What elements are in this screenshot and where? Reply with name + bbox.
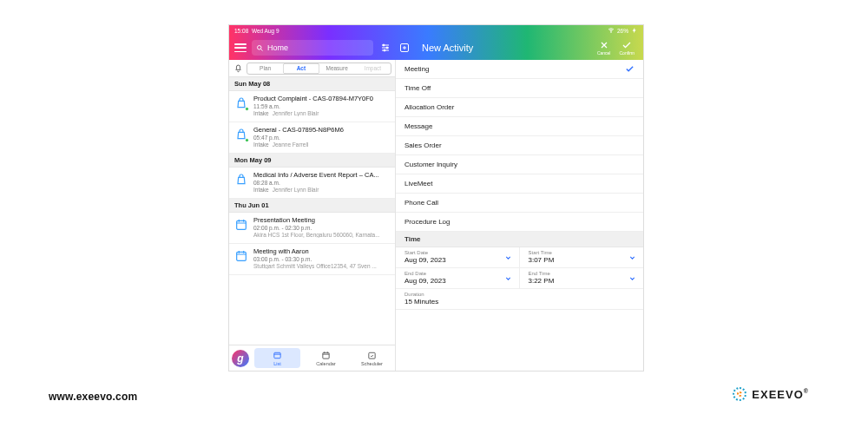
app-window: 15:08 Wed Aug 9 26% Home New Activity Ca… <box>228 24 644 372</box>
list-item[interactable]: Presentation Meeting02:00 p.m. - 02:30 p… <box>229 213 395 244</box>
activity-type-option[interactable]: Meeting <box>396 60 643 79</box>
tab-act[interactable]: Act <box>283 63 319 74</box>
activity-type-option[interactable]: Allocation Order <box>396 98 643 117</box>
activity-type-label: LiveMeet <box>404 180 432 187</box>
chevron-down-icon <box>504 253 512 261</box>
duration-field[interactable]: Duration 15 Minutes <box>396 289 643 310</box>
activity-type-label: Sales Order <box>404 141 442 149</box>
bell-icon[interactable] <box>233 63 243 74</box>
list-item-meta: Akira HCS 1st Floor, Bengaluru 560060, K… <box>253 232 390 238</box>
list-item-time: 02:00 p.m. - 02:30 p.m. <box>253 225 390 231</box>
list-item-time: 08:28 a.m. <box>253 180 390 186</box>
svg-point-3 <box>386 47 388 49</box>
view-segmented[interactable]: Plan Act Measure Impact <box>247 62 391 75</box>
activity-type-label: Message <box>404 122 432 130</box>
tab-plan[interactable]: Plan <box>247 63 283 74</box>
list-item-meta: IntakeJeanne Farrell <box>253 141 390 148</box>
time-section-header: Time <box>396 232 643 247</box>
svg-rect-9 <box>323 352 329 358</box>
footer-url: www.exeevo.com <box>49 391 137 403</box>
activity-type-option[interactable]: LiveMeet <box>396 174 643 194</box>
battery-charge-icon <box>631 27 638 34</box>
list-item-time: 11:59 a.m. <box>253 103 390 109</box>
start-time-field[interactable]: Start Time 3:07 PM <box>520 247 644 268</box>
activity-type-option[interactable]: Procedure Log <box>396 213 643 232</box>
chevron-down-icon <box>504 274 512 282</box>
svg-point-2 <box>383 44 385 46</box>
case-icon <box>234 128 248 141</box>
activity-type-option[interactable]: Customer Inquiry <box>396 155 643 174</box>
end-date-field[interactable]: End Date Aug 09, 2023 <box>396 268 520 289</box>
list-section-header: Mon May 09 <box>229 154 395 168</box>
activity-type-label: Customer Inquiry <box>404 161 457 168</box>
nav-scheduler[interactable]: Scheduler <box>349 345 395 371</box>
filter-icon[interactable] <box>378 41 392 55</box>
tab-impact[interactable]: Impact <box>355 63 391 74</box>
list-item-title: Product Complaint - CAS-07894-M7Y0F0 <box>253 95 390 102</box>
svg-point-1 <box>258 45 262 49</box>
list-item-time: 03:00 p.m. - 03:30 p.m. <box>253 256 390 262</box>
activity-type-label: Meeting <box>404 65 429 73</box>
activity-type-option[interactable]: Time Off <box>396 79 643 98</box>
case-icon <box>234 96 248 110</box>
bottom-nav: g List Calendar Scheduler <box>229 345 395 371</box>
add-icon[interactable] <box>398 41 411 55</box>
search-icon <box>256 44 264 52</box>
list-item-title: Medical Info / Adverse Event Report – CA… <box>253 171 390 179</box>
svg-rect-10 <box>369 352 375 358</box>
status-time-date: 15:08 Wed Aug 9 <box>234 28 279 34</box>
activity-type-label: Time Off <box>404 84 431 92</box>
list-section-header: Thu Jun 01 <box>229 199 395 213</box>
calendar-icon <box>234 249 248 263</box>
activity-list[interactable]: Sun May 08Product Complaint - CAS-07894-… <box>229 77 395 345</box>
status-bar: 15:08 Wed Aug 9 26% <box>229 25 643 36</box>
list-item-title: General - CAS-07895-N8P6M6 <box>253 126 390 134</box>
svg-rect-6 <box>237 220 247 229</box>
start-date-field[interactable]: Start Date Aug 09, 2023 <box>396 247 520 268</box>
check-icon <box>625 64 635 74</box>
list-item[interactable]: General - CAS-07895-N8P6M605:47 p.m.Inta… <box>229 122 395 154</box>
list-item-meta: IntakeJennifer Lynn Blair <box>253 110 390 116</box>
wifi-icon <box>608 27 615 34</box>
activity-type-option[interactable]: Sales Order <box>396 136 643 155</box>
list-item-title: Presentation Meeting <box>253 216 390 224</box>
panel-title: New Activity <box>422 43 592 53</box>
footer-brand: EXEEVO® <box>733 387 809 401</box>
nav-list[interactable]: List <box>254 348 300 368</box>
right-pane: MeetingTime OffAllocation OrderMessageSa… <box>396 60 643 371</box>
svg-rect-7 <box>237 252 247 260</box>
app-logo[interactable]: g <box>229 345 252 371</box>
list-item-title: Meeting with Aaron <box>253 247 390 255</box>
list-item-meta: IntakeJennifer Lynn Blair <box>253 187 390 193</box>
chevron-down-icon <box>628 274 636 282</box>
calendar-icon <box>234 218 248 232</box>
tab-measure[interactable]: Measure <box>319 63 355 74</box>
nav-calendar[interactable]: Calendar <box>303 345 349 371</box>
end-time-field[interactable]: End Time 3:22 PM <box>520 268 644 289</box>
cancel-button[interactable]: Cancel <box>597 40 611 56</box>
list-section-header: Sun May 08 <box>229 77 395 91</box>
list-item-time: 05:47 p.m. <box>253 135 390 141</box>
svg-rect-8 <box>274 352 280 358</box>
status-right: 26% <box>608 27 638 34</box>
case-icon <box>234 173 248 187</box>
top-bar: Home New Activity Cancel Confirm <box>229 36 643 60</box>
svg-point-4 <box>384 49 385 51</box>
list-item[interactable]: Product Complaint - CAS-07894-M7Y0F011:5… <box>229 91 395 122</box>
activity-type-option[interactable]: Phone Call <box>396 194 643 213</box>
svg-point-0 <box>611 32 612 33</box>
confirm-button[interactable]: Confirm <box>619 40 635 56</box>
chevron-down-icon <box>628 253 636 261</box>
list-item[interactable]: Meeting with Aaron03:00 p.m. - 03:30 p.m… <box>229 244 395 275</box>
left-pane: Plan Act Measure Impact Sun May 08Produc… <box>229 60 396 371</box>
menu-icon[interactable] <box>234 42 247 54</box>
search-input[interactable]: Home <box>252 40 373 56</box>
activity-type-label: Phone Call <box>404 199 438 207</box>
activity-type-option[interactable]: Message <box>396 117 643 136</box>
list-item-meta: Stuttgart Schmitt Valleys Office12354, 4… <box>253 263 390 269</box>
brand-mark-icon <box>733 387 746 401</box>
activity-type-label: Procedure Log <box>404 218 450 226</box>
activity-type-label: Allocation Order <box>404 103 454 111</box>
list-item[interactable]: Medical Info / Adverse Event Report – CA… <box>229 168 395 199</box>
